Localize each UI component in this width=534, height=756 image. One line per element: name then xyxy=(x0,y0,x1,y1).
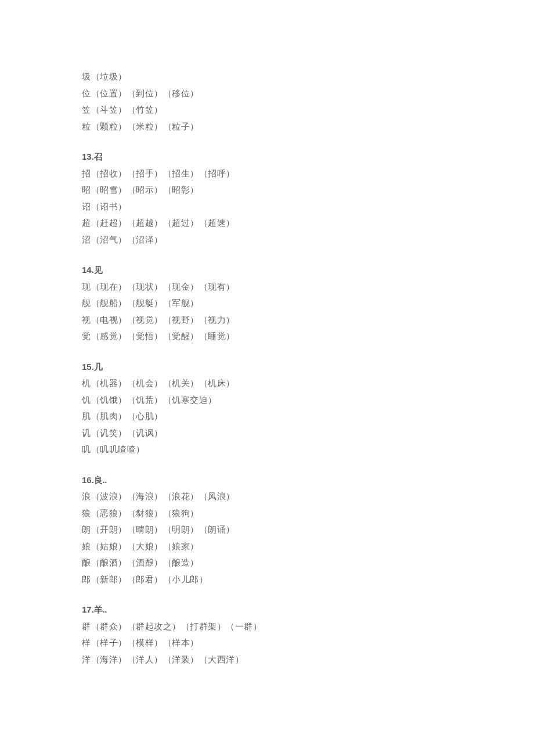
content-line: 群（群众）（群起攻之）（打群架）（一群） xyxy=(82,618,452,635)
content-line: 机（机器）（机会）（机关）（机床） xyxy=(82,375,452,392)
content-line: 昭（昭雪）（昭示）（昭彰） xyxy=(82,182,452,199)
content-line: 狼（恶狼）（豺狼）（狼狗） xyxy=(82,505,452,522)
content-line: 视（电视）（视觉）（视野）（视力） xyxy=(82,312,452,329)
section-heading: 14.见 xyxy=(82,262,452,279)
section: 14.见现（现在）（现状）（现金）（现有）舰（舰船）（舰艇）（军舰）视（电视）（… xyxy=(82,262,452,345)
section-heading: 17.羊.. xyxy=(82,602,452,618)
section: 圾（垃圾）位（位置）（到位）（移位）笠（斗笠）（竹笠）粒（颗粒）（米粒）（粒子） xyxy=(82,69,452,135)
content-line: 样（样子）（模样）（样本） xyxy=(82,635,452,651)
section-heading: 13.召 xyxy=(82,149,452,165)
section: 13.召招（招收）（招手）（招生）（招呼）昭（昭雪）（昭示）（昭彰）诏（诏书）超… xyxy=(82,149,452,248)
content-line: 娘（姑娘）（大娘）（娘家） xyxy=(82,538,452,555)
content-line: 讥（讥笑）（讥讽） xyxy=(82,425,452,442)
content-line: 浪（波浪）（海浪）（浪花）（风浪） xyxy=(82,488,452,505)
section: 17.羊..群（群众）（群起攻之）（打群架）（一群）样（样子）（模样）（样本）洋… xyxy=(82,602,452,668)
content-line: 饥（饥饿）（饥荒）（饥寒交迫） xyxy=(82,392,452,409)
content-line: 诏（诏书） xyxy=(82,199,452,215)
content-line: 舰（舰船）（舰艇）（军舰） xyxy=(82,295,452,312)
content-line: 洋（海洋）（洋人）（洋装）（大西洋） xyxy=(82,651,452,668)
content-line: 圾（垃圾） xyxy=(82,69,452,85)
content-line: 超（赶超）（超越）（超过）（超速） xyxy=(82,215,452,232)
content-line: 酿（酿酒）（酒酿）（酿造） xyxy=(82,555,452,571)
content-line: 肌（肌肉）（心肌） xyxy=(82,408,452,425)
content-line: 笠（斗笠）（竹笠） xyxy=(82,102,452,118)
content-line: 叽（叽叽喳喳） xyxy=(82,441,452,458)
content-line: 觉（感觉）（觉悟）（觉醒）（睡觉） xyxy=(82,328,452,345)
section-heading: 15.几 xyxy=(82,359,452,376)
content-line: 招（招收）（招手）（招生）（招呼） xyxy=(82,165,452,182)
content-line: 现（现在）（现状）（现金）（现有） xyxy=(82,279,452,296)
section: 16.良..浪（波浪）（海浪）（浪花）（风浪）狼（恶狼）（豺狼）（狼狗）朗（开朗… xyxy=(82,472,452,588)
section: 15.几机（机器）（机会）（机关）（机床）饥（饥饿）（饥荒）（饥寒交迫）肌（肌肉… xyxy=(82,359,452,458)
content-line: 郎（新郎）（郎君）（小儿郎） xyxy=(82,571,452,588)
section-heading: 16.良.. xyxy=(82,472,452,489)
content-line: 粒（颗粒）（米粒）（粒子） xyxy=(82,118,452,135)
content-line: 位（位置）（到位）（移位） xyxy=(82,85,452,102)
content-line: 朗（开朗）（晴朗）（明朗）（朗诵） xyxy=(82,521,452,538)
content-line: 沼（沼气）（沼泽） xyxy=(82,232,452,249)
